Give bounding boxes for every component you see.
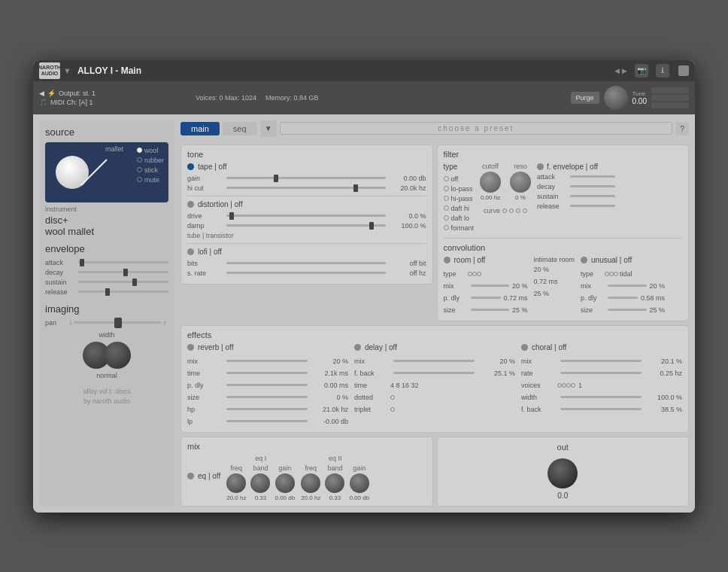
conv-mix-slider[interactable] [471, 284, 510, 287]
choral-rate-slider[interactable] [560, 372, 642, 374]
mix-panel: mix eq | off eq I [180, 437, 433, 507]
attack-slider[interactable] [78, 261, 168, 263]
delay-mix-slider[interactable] [393, 360, 475, 362]
damp-label: damp [187, 222, 223, 230]
source-option-mute[interactable]: mute [137, 176, 164, 184]
tape-toggle[interactable]: tape | off [187, 163, 426, 171]
f-decay-slider[interactable] [570, 185, 615, 187]
info-btn[interactable]: ℹ [656, 64, 669, 78]
tube-transistor: tube | transistor [187, 232, 426, 239]
conv-type-d3[interactable] [477, 272, 481, 276]
hicut-slider[interactable] [226, 187, 386, 189]
curve-dot3[interactable] [516, 208, 520, 213]
unusual-pdly-slider[interactable] [608, 297, 638, 299]
eq1-band-knob[interactable] [250, 473, 270, 493]
choral-col: choral | off mix 20.1 % rate 0.25 hz [521, 343, 682, 427]
f-sustain-slider[interactable] [570, 195, 615, 197]
choral-mix-slider[interactable] [560, 360, 642, 362]
eq-toggle[interactable]: eq | off [187, 472, 220, 480]
unusual-toggle[interactable]: unusual | off [581, 256, 665, 264]
reverb-hp-slider[interactable] [226, 408, 308, 410]
help-btn[interactable]: ? [675, 122, 689, 135]
reso-knob[interactable] [510, 172, 531, 193]
choral-v4[interactable] [571, 383, 575, 388]
curve-dot1[interactable] [502, 208, 507, 213]
unusual-size-slider[interactable] [608, 309, 647, 311]
drive-label: drive [187, 212, 223, 220]
unusual-mix-slider[interactable] [608, 284, 647, 287]
source-option-wool[interactable]: wool [137, 147, 164, 154]
curve-label: curve [484, 207, 500, 214]
filter-formant[interactable]: formant [444, 224, 475, 232]
tab-main[interactable]: main [180, 122, 220, 135]
reverb-mix-slider[interactable] [226, 360, 308, 362]
eq2-freq-knob[interactable] [301, 473, 320, 493]
tuner-knob[interactable] [604, 86, 628, 110]
camera-btn[interactable]: 📷 [635, 64, 648, 78]
release-slider[interactable] [78, 291, 168, 293]
filter-lopass[interactable]: lo-pass [444, 185, 475, 193]
filter-off[interactable]: off [444, 175, 475, 183]
eq2-band-knob[interactable] [325, 473, 344, 493]
reverb-pdly-slider[interactable] [226, 384, 308, 386]
tune-value: 0.00 [632, 97, 647, 105]
delay-fback-slider[interactable] [393, 372, 475, 374]
source-option-rubber[interactable]: rubber [137, 157, 164, 164]
conv-pdly-slider[interactable] [471, 297, 501, 299]
source-option-stick[interactable]: stick [137, 166, 164, 174]
conv-type-d2[interactable] [472, 272, 477, 276]
out-knob[interactable] [548, 458, 578, 488]
tab-dropdown[interactable]: ▼ [260, 120, 277, 137]
f-attack-slider[interactable] [570, 175, 615, 178]
damp-slider[interactable] [226, 224, 386, 227]
reverb-lp-slider[interactable] [226, 420, 308, 422]
room-toggle[interactable]: room | off [444, 256, 528, 264]
reverb-toggle[interactable]: reverb | off [187, 343, 348, 351]
filter-hipass[interactable]: hi-pass [444, 195, 475, 202]
unusual-label: unusual | off [591, 256, 632, 264]
conv-type-d1[interactable] [468, 272, 472, 276]
f-release-slider[interactable] [570, 205, 615, 207]
decay-slider[interactable] [78, 271, 168, 273]
curve-dot4[interactable] [523, 208, 527, 213]
reverb-time-row: time 2.1k ms [187, 370, 348, 377]
preset-bar[interactable]: choose a preset [280, 122, 672, 135]
close-btn[interactable] [678, 65, 689, 76]
cutoff-knob[interactable] [480, 172, 501, 193]
delay-dotted-dot[interactable] [390, 395, 395, 400]
pan-slider[interactable] [74, 321, 162, 324]
eq1-freq-label: freq [231, 464, 243, 472]
unusual-size-label: size [581, 306, 605, 314]
choral-width-slider[interactable] [560, 396, 642, 398]
width-knob-r[interactable] [104, 342, 131, 369]
eq2-gain-knob[interactable] [350, 473, 369, 493]
pan-label: pan [45, 319, 68, 327]
srate-slider[interactable] [226, 272, 386, 274]
pan-l: l [70, 319, 71, 327]
reverb-time-slider[interactable] [226, 372, 308, 374]
delay-toggle[interactable]: delay | off [354, 343, 515, 351]
sustain-slider[interactable] [78, 281, 168, 283]
bits-slider[interactable] [226, 262, 386, 264]
conv-size-slider[interactable] [471, 309, 510, 311]
lofi-toggle[interactable]: lofi | off [187, 248, 426, 256]
gain-slider[interactable] [226, 177, 386, 179]
eq2-gain-group: gain 0.00 db [349, 464, 369, 501]
filter-dafth[interactable]: daft hi [444, 205, 475, 212]
eq1-gain-knob[interactable] [275, 473, 295, 493]
distortion-toggle[interactable]: distortion | off [187, 200, 426, 208]
choral-fback-slider[interactable] [560, 408, 642, 410]
lofi-dot [187, 248, 194, 255]
choral-toggle[interactable]: choral | off [521, 343, 682, 351]
filter-daftl[interactable]: daft lo [444, 214, 475, 222]
curve-dot2[interactable] [509, 208, 514, 213]
purge-btn[interactable]: Purge [571, 92, 599, 104]
delay-triplet-dot[interactable] [390, 407, 395, 412]
f-envelope-toggle[interactable]: f. envelope | off [537, 163, 615, 171]
tab-seq[interactable]: seq [223, 122, 257, 135]
reverb-size-slider[interactable] [226, 396, 308, 398]
eq1-freq-knob[interactable] [226, 473, 246, 493]
unusual-d3[interactable] [614, 272, 618, 276]
delay-fback-label: f. back [354, 370, 390, 377]
drive-slider[interactable] [226, 214, 386, 217]
